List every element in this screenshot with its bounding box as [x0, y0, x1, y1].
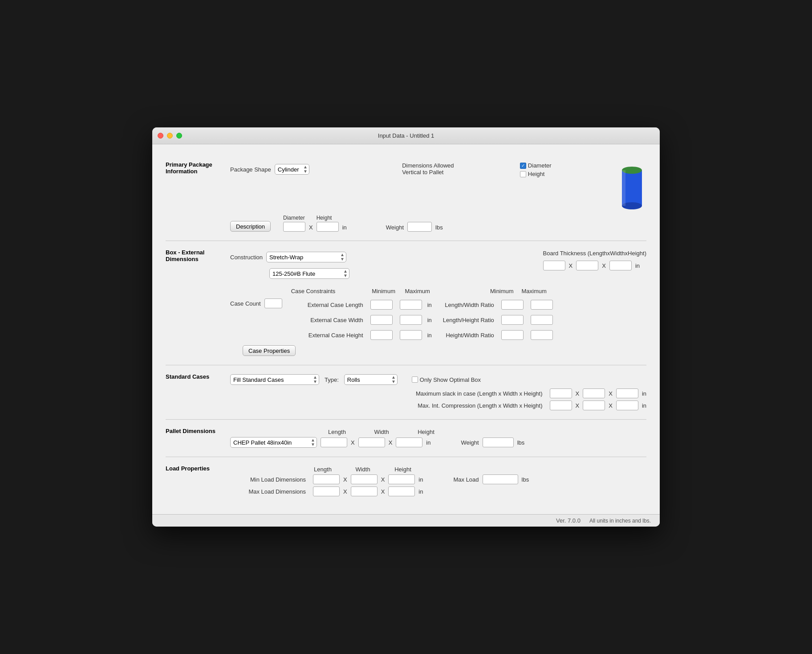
only-optimal-checkbox[interactable] — [412, 376, 418, 383]
fill-type-row: Fill Standard Cases Use Standard Cases O… — [230, 374, 646, 385]
max-h-input[interactable]: 53 — [388, 486, 415, 496]
standard-cases-section: Standard Cases Fill Standard Cases Use S… — [166, 365, 646, 420]
comp-l-input[interactable]: 0 — [550, 401, 572, 410]
lw-min-input[interactable]: 1 — [501, 300, 524, 310]
load-length-header: Length — [309, 466, 336, 473]
pkg-shape-row: Package Shape Cylinder Box Sphere ▲▼ — [230, 162, 646, 211]
case-count-input[interactable]: 6 — [264, 298, 282, 308]
fill-wrapper: Fill Standard Cases Use Standard Cases O… — [230, 374, 319, 385]
case-properties-button[interactable]: Case Properties — [243, 345, 296, 356]
lh-min-input[interactable]: 0.5 — [501, 315, 524, 325]
diameter-input[interactable]: 10 — [283, 222, 305, 232]
fill-select[interactable]: Fill Standard Cases Use Standard Cases O… — [230, 374, 319, 385]
hw-max-input[interactable]: 3 — [531, 330, 553, 340]
pallet-body: Length Width Height CHEP Pallet 48inx40i… — [230, 427, 646, 450]
maximize-button[interactable] — [176, 133, 182, 139]
pallet-h-input[interactable]: 4.88 — [396, 437, 422, 447]
max-load-input[interactable]: 3000.00 — [483, 474, 518, 484]
load-header-row: Length Width Height — [309, 466, 646, 473]
bt-x2: X — [602, 262, 606, 269]
close-button[interactable] — [158, 133, 163, 139]
comp-h-input[interactable]: 0 — [616, 401, 638, 410]
dim-checkboxes: Diameter Height — [520, 162, 552, 177]
max-w-input[interactable]: 40.00 — [351, 486, 378, 496]
primary-package-section: Primary PackageInformation Package Shape… — [166, 153, 646, 241]
pallet-w-input[interactable]: 40.00 — [358, 437, 385, 447]
height-input[interactable]: 24 — [317, 222, 339, 232]
type-select[interactable]: Rolls Sheets Boxes — [344, 374, 398, 385]
pallet-inputs-row: CHEP Pallet 48inx40in GMA Pallet 48inx40… — [230, 437, 646, 448]
primary-package-row: Primary PackageInformation Package Shape… — [166, 160, 646, 233]
comp-x1: X — [576, 402, 580, 409]
package-shape-wrapper: Cylinder Box Sphere ▲▼ — [275, 164, 309, 175]
construction-select[interactable]: Stretch-Wrap Cardboard — [266, 252, 346, 262]
standard-cases-label: Standard Cases — [166, 373, 209, 380]
ecw-in: in — [427, 317, 432, 323]
content-area: Primary PackageInformation Package Shape… — [152, 144, 660, 514]
description-button[interactable]: Description — [230, 221, 271, 232]
ech-max-input[interactable]: 24 — [400, 330, 422, 340]
pallet-weight-input[interactable]: 66.15 — [483, 437, 514, 447]
flute-select[interactable]: 125-250#B Flute 200#C Flute — [269, 268, 349, 279]
construction-select-row: Construction Stretch-Wrap Cardboard ▲▼ — [230, 252, 349, 262]
pallet-lbs: lbs — [517, 439, 525, 446]
bt-height-input[interactable]: 0.00 — [609, 261, 632, 270]
type-label: Type: — [325, 376, 339, 383]
ecw-min-input[interactable]: 2 — [370, 315, 393, 325]
board-thickness-inputs: 0.00 X 0.00 X 0.00 in — [543, 261, 646, 270]
construction-row: Construction Stretch-Wrap Cardboard ▲▼ — [230, 250, 646, 281]
slack-in: in — [642, 390, 646, 397]
max-l-input[interactable]: 48.00 — [313, 486, 340, 496]
box-external-label: Box - ExternalDimensions — [166, 249, 204, 262]
slack-h-input[interactable]: 20 — [616, 388, 638, 398]
ech-row: External Case Height 2 24 in Height/Widt… — [291, 330, 553, 340]
pallet-x1: X — [351, 439, 355, 446]
diameter-checkbox[interactable] — [520, 163, 526, 169]
slack-w-input[interactable]: 20 — [583, 388, 605, 398]
max-int-label: Max. Int. Compression (Length x Width x … — [418, 402, 542, 409]
ech-min-input[interactable]: 2 — [370, 330, 393, 340]
board-thickness-group: Board Thickness (LengthxWidthxHeight) 0.… — [543, 250, 646, 272]
standard-cases-row: Standard Cases Fill Standard Cases Use S… — [166, 372, 646, 412]
pallet-width-header: Width — [368, 429, 395, 435]
minimize-button[interactable] — [167, 133, 173, 139]
min-l-input[interactable]: 20.00 — [313, 474, 340, 484]
standard-cases-body: Fill Standard Cases Use Standard Cases O… — [230, 372, 646, 412]
ecw-row: External Case Width 2 24 in Length/Heigh… — [291, 315, 553, 325]
ecw-max-input[interactable]: 24 — [400, 315, 422, 325]
lw-ratio-label: Length/Width Ratio — [435, 302, 498, 308]
min-w-input[interactable]: 20.00 — [351, 474, 378, 484]
comp-in: in — [642, 402, 646, 409]
max-x2: X — [381, 488, 385, 495]
slack-l-input[interactable]: 20 — [550, 388, 572, 398]
ech-in: in — [427, 332, 432, 339]
weight-input[interactable]: 2.21 — [407, 222, 432, 232]
titlebar: Input Data - Untitled 1 — [152, 127, 660, 144]
lw-max-input[interactable]: 3 — [531, 300, 553, 310]
diameter-group: Diameter 10 — [283, 215, 305, 232]
pallet-select[interactable]: CHEP Pallet 48inx40in GMA Pallet 48inx40… — [230, 437, 317, 448]
footer: Ver. 7.0.0 All units in inches and lbs. — [152, 514, 660, 527]
height-checkbox[interactable] — [520, 171, 526, 177]
pallet-l-input[interactable]: 48.00 — [321, 437, 347, 447]
only-optimal-wrapper: Only Show Optimal Box — [412, 376, 481, 383]
package-shape-select[interactable]: Cylinder Box Sphere — [275, 164, 309, 175]
lh-max-input[interactable]: 3 — [531, 315, 553, 325]
max-x1: X — [343, 488, 347, 495]
min-h-input[interactable]: 10.00 — [388, 474, 415, 484]
max-in: in — [418, 488, 423, 495]
flute-wrapper: 125-250#B Flute 200#C Flute ▲▼ — [269, 268, 349, 279]
max-slack-label: Maximum slack in case (Length x Width x … — [416, 390, 543, 397]
ecl-max-input[interactable]: 24 — [400, 300, 422, 310]
ratio-max-header: Maximum — [521, 288, 548, 294]
ecl-min-input[interactable]: 2 — [370, 300, 393, 310]
window-title: Input Data - Untitled 1 — [378, 132, 434, 139]
hw-min-input[interactable]: 0.5 — [501, 330, 524, 340]
min-load-row: Min Load Dimensions 20.00 X 20.00 X 10.0… — [230, 474, 646, 484]
comp-x2: X — [609, 402, 613, 409]
bt-width-input[interactable]: 0.00 — [576, 261, 598, 270]
bt-length-input[interactable]: 0.00 — [543, 261, 565, 270]
comp-w-input[interactable]: 0 — [583, 401, 605, 410]
min-header: Minimum — [370, 288, 397, 294]
case-constraints-label: Case Constraints — [291, 288, 367, 294]
